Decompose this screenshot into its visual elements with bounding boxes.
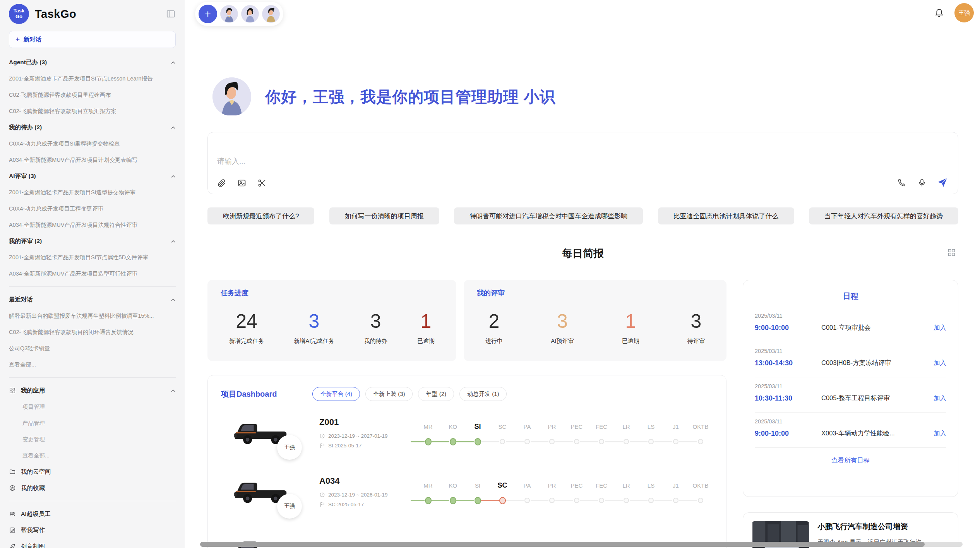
send-icon[interactable] [937,177,948,188]
sidebar-item[interactable]: A034-全新新能源MUV产品开发项目计划变更表编写 [9,152,176,168]
sidebar-item[interactable]: 产品管理 [9,415,176,431]
sidebar-item[interactable]: 查看全部... [9,447,176,464]
notifications-bell-icon[interactable] [934,8,944,18]
sidebar-item[interactable]: 变更管理 [9,431,176,447]
agent-avatar[interactable] [262,5,280,23]
sidebar-item[interactable]: Z001-全新燃油皮卡产品开发项目SI节点Lesson Learn报告 [9,70,176,87]
sidebar-tool-write[interactable]: 帮我写作 [9,522,176,538]
milestone-track: MRKOSISCPAPRPECFECLRLSJ1OKTB [411,481,704,505]
suggestion-chip[interactable]: 特朗普可能对进口汽车增税会对中国车企造成哪些影响 [454,207,643,224]
sidebar-section-header[interactable]: 最近对话 [9,291,176,308]
section-title: 我的评审 (2) [9,237,42,245]
daily-brief-header: 每日简报 [207,247,958,260]
agent-avatar[interactable] [220,5,238,23]
layout-grid-icon[interactable] [947,248,956,257]
sidebar-item[interactable]: C0X4-动力总成开发项目SI里程碑提交物检查 [9,135,176,152]
scrollbar-thumb[interactable] [200,542,925,547]
plus-icon: + [15,35,20,44]
agent-avatar[interactable] [241,5,259,23]
project-dashboard-card: 项目Dashboard 全新平台 (4)全新上装 (3)年型 (2)动总开发 (… [207,375,726,548]
sidebar-item[interactable]: 查看全部... [9,356,176,373]
sidebar-item[interactable]: A034-全新新能源MUV产品开发项目造型可行性评审 [9,265,176,282]
sidebar-item[interactable]: 公司Q3轻卡销量 [9,340,176,356]
sidebar-item[interactable]: C02-飞腾新能源轻客改款项目里程碑画布 [9,87,176,103]
dashboard-filter-chip[interactable]: 全新平台 (4) [312,387,360,401]
sidebar-item[interactable]: C02-飞腾新能源轻客改款项目立项汇报方案 [9,103,176,119]
sidebar-item[interactable]: Z001-全新燃油轻卡产品开发项目SI造型提交物评审 [9,184,176,200]
project-code: Z001 [319,417,388,427]
milestone-label: MR [416,482,440,489]
view-all-schedule-link[interactable]: 查看所有日程 [755,456,946,465]
suggestion-chip[interactable]: 比亚迪全固态电池计划具体说了什么 [658,207,794,224]
dashboard-filter-chip[interactable]: 年型 (2) [418,387,454,401]
sidebar-section-header[interactable]: 我的应用 [9,382,176,399]
sidebar-section-header[interactable]: 我的待办 (2) [9,119,176,135]
scissors-icon[interactable] [257,178,267,188]
attach-file-icon[interactable] [217,178,226,188]
sidebar-item[interactable]: 解释最新出台的欧盟报废车法规再生塑料比例被调至15%... [9,308,176,324]
composer-actions [897,177,948,188]
project-row: 王强A0342023-12-19 ~ 2026-01-19SC-2025-05-… [232,475,726,534]
milestone-segment [456,500,474,501]
chevron-up-icon [171,60,176,65]
milestone-label: PEC [564,423,589,430]
new-chat-button[interactable]: + 新对话 [9,31,176,48]
suggestion-chip[interactable]: 欧洲新规最近颁布了什么? [207,207,314,224]
suggestion-chip[interactable]: 当下年轻人对汽车外观有怎样的喜好趋势 [809,207,958,224]
sidebar-item[interactable]: C02-飞腾新能源轻客改款项目的闭环通告反馈情况 [9,324,176,340]
schedule-list: 2025/03/119:00-10:00C001-立项审批会加入2025/03/… [755,307,946,448]
dashboard-filter-chip[interactable]: 动总开发 (1) [459,387,507,401]
sidebar-link-star[interactable]: 我的收藏 [9,480,176,496]
stat-label: 待评审 [687,337,705,345]
project-dates: 2023-12-19 ~ 2027-01-19 [319,433,388,439]
milestone-segment [555,441,573,442]
section-title: 我的应用 [21,387,45,395]
milestone-label: PA [515,482,540,489]
clock-icon [319,492,325,498]
sidebar-item[interactable]: 项目管理 [9,399,176,415]
stat: 3AI预评审 [551,311,574,345]
microphone-icon[interactable] [917,178,927,187]
schedule-item: 2025/03/1113:00-14:30C003|H0B-方案冻结评审加入 [755,342,946,377]
stat-label: 新增AI完成任务 [294,337,334,345]
sidebar-item[interactable]: Z001-全新燃油轻卡产品开发项目SI节点属性5D文件评审 [9,249,176,265]
logo-text-top: Task [14,8,25,14]
stat: 3待评审 [687,311,705,345]
sidebar-section-header[interactable]: 我的评审 (2) [9,233,176,249]
add-agent-button[interactable]: + [199,5,217,23]
sidebar-tool-users[interactable]: AI超级员工 [9,506,176,522]
voice-call-icon[interactable] [897,178,906,187]
milestone-label: SI [465,482,490,489]
stat-label: 我的待办 [364,337,387,345]
horizontal-scrollbar[interactable] [200,542,963,547]
sidebar-item[interactable]: C0X4-动力总成开发项目工程变更评审 [9,200,176,217]
milestone-dot [599,498,604,503]
join-button[interactable]: 加入 [934,394,946,402]
stat-label: 进行中 [485,337,503,345]
owner-badge: 王强 [277,494,302,519]
sidebar-section-header[interactable]: AI评审 (3) [9,168,176,184]
join-button[interactable]: 加入 [934,359,946,367]
suggestion-chip[interactable]: 如何写一份清晰的项目周报 [329,207,439,224]
sidebar-section-header[interactable]: Agent已办 (3) [9,54,176,70]
dashboard-filters: 全新平台 (4)全新上装 (3)年型 (2)动总开发 (1) [312,387,507,401]
collapse-sidebar-icon[interactable] [166,9,176,19]
stat-label: 新增完成任务 [229,337,264,345]
sidebar-tool-feather[interactable]: 创意制图 [9,538,176,548]
schedule-time: 13:00-14:30 [755,359,821,367]
user-avatar[interactable]: 王强 [954,3,974,22]
stat-value: 3 [687,311,705,332]
schedule-date: 2025/03/11 [755,348,946,354]
milestone-dot [425,497,432,504]
sidebar-link-folder[interactable]: 我的云空间 [9,464,176,480]
dashboard-title: 项目Dashboard [221,389,277,399]
chat-input[interactable] [208,132,958,176]
join-button[interactable]: 加入 [934,324,946,332]
my-apps-section: 我的应用项目管理产品管理变更管理查看全部... [9,382,176,464]
insert-image-icon[interactable] [237,178,247,188]
join-button[interactable]: 加入 [934,429,946,438]
dashboard-filter-chip[interactable]: 全新上装 (3) [365,387,413,401]
sidebar-item[interactable]: A034-全新新能源MUV产品开发项目法规符合性评审 [9,217,176,233]
sidebar-header: Task Go TaskGo [9,0,176,28]
tool-label: 创意制图 [21,543,45,548]
